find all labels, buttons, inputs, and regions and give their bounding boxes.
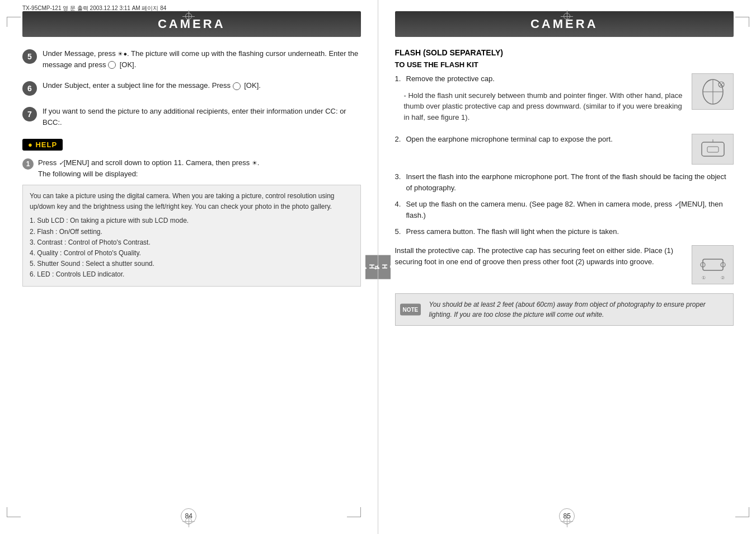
flash-step-2: 2. Open the earphone microphone terminal… [395,134,734,165]
ch4-right-h: H [381,264,388,270]
thumb-2-svg [696,137,730,162]
flash-step-1: 1. Remove the protective cap. - Hold the… [395,73,734,127]
help-step-1: 1 Press ✓[MENU] and scroll down to optio… [22,157,361,179]
svg-rect-6 [702,142,724,156]
flash-step-1-content: 1. Remove the protective cap. - Hold the… [395,73,687,127]
left-page: TX-95CMP-121 영 문 출력 2003.12.12 3:11 AM 페… [0,0,378,534]
ch4-right-c: C [388,264,396,270]
flash-step-5: 5. Press camera button. The flash will l… [395,226,734,237]
svg-text:①: ① [702,275,706,280]
flash-step-4-num: 4. [395,199,406,210]
flash-step-1-desc: Remove the protective cap. [406,73,495,85]
install-cap-content: Install the protective cap. The protecti… [395,245,687,269]
flash-step-5-num: 5. [395,226,406,237]
flash-step-1-indent: - Hold the flash unit securely between t… [404,90,687,123]
corner-line-br-h [735,517,749,517]
step-6: 6 Under Subject, enter a subject line fo… [22,80,361,96]
thumb-1 [692,73,734,110]
flash-step-4: 4. Set up the flash on the camera menu. … [395,199,734,221]
corner-line-bottom-right-v [360,507,361,517]
flash-step-2-desc: Open the earphone microphone terminal ca… [406,134,613,145]
crosshair-top-right [561,10,573,22]
step-7-number: 7 [22,107,37,121]
step-7-text: If you want to send the picture to any a… [43,106,361,128]
thumb-install-svg: ① ② [696,248,730,282]
step-5: 5 Under Message, press ☀●. The picture w… [22,48,361,70]
info-line-5: 4. Quality : Control of Photo's Quality. [30,248,354,259]
page-spread: TX-95CMP-121 영 문 출력 2003.12.12 3:11 AM 페… [0,0,756,534]
info-line-3: 2. Flash : On/Off setting. [30,227,354,237]
step-6-text: Under Subject, enter a subject line for … [43,80,261,91]
thumb-1-svg [696,76,730,107]
flash-step-1-text: 1. Remove the protective cap. [395,73,687,85]
corner-line-right-top [749,17,749,27]
section-title: FLASH (SOLD SEPARATELY) [395,48,734,57]
flash-step-3-num: 3. [395,171,406,182]
flash-step-2-num: 2. [395,134,406,145]
right-page: CAMERA FLASH (SOLD SEPARATELY) TO USE TH… [378,0,757,534]
help-badge: ● HELP [22,139,63,151]
corner-line-br-v [749,507,749,517]
sub-title: TO USE THE FLASH KIT [395,60,734,69]
svg-rect-7 [707,147,719,152]
flash-step-2-content: 2. Open the earphone microphone terminal… [395,134,687,151]
corner-line-bottom-right-h [347,517,361,517]
note-text: You should be at least 2 feet (about 60c… [429,301,706,318]
svg-text:②: ② [721,275,725,280]
corner-line-top-right [735,17,749,17]
corner-line-top-left [7,17,21,17]
corner-line-left-bottom [7,507,7,517]
help-step-1-number: 1 [22,158,34,170]
info-line-6: 5. Shutter Sound : Select a shutter soun… [30,259,354,269]
step-5-number: 5 [22,49,37,64]
info-line-7: 6. LED : Controls LED indicator. [30,269,354,280]
info-line-2: 1. Sub LCD : On taking a picture with su… [30,216,354,226]
note-label: NOTE [400,303,421,315]
ch4-label-4: 4 [360,266,368,271]
info-box: You can take a picture using the digital… [22,185,361,287]
help-step-1-text: Press ✓[MENU] and scroll down to option … [38,157,259,179]
note-box: NOTE You should be at least 2 feet (abou… [395,293,734,326]
info-line-1: You can take a picture using the digital… [30,191,354,212]
install-cap-row: Install the protective cap. The protecti… [395,245,734,284]
step-7: 7 If you want to send the picture to any… [22,106,361,128]
corner-line-bottom-left [7,517,21,517]
step-5-text: Under Message, press ☀●. The picture wil… [43,48,361,70]
ch4-tab-right: C H 4 [378,255,391,279]
crosshair-bottom-left [182,515,195,527]
top-meta: TX-95CMP-121 영 문 출력 2003.12.12 3:11 AM 페… [22,4,166,12]
thumb-2 [692,134,734,165]
flash-step-1-num: 1. [395,73,406,85]
thumb-install: ① ② [692,245,734,284]
svg-rect-9 [703,259,723,270]
ch4-right-4: 4 [373,266,381,271]
info-line-4: 3. Contrast : Control of Photo's Contras… [30,237,354,248]
flash-step-2-text: 2. Open the earphone microphone terminal… [395,134,687,145]
help-section: ● HELP 1 Press ✓[MENU] and scroll down t… [22,139,361,287]
corner-line-left-top [7,17,7,27]
flash-step-5-desc: Press camera button. The flash will ligh… [406,226,619,237]
install-cap-text: Install the protective cap. The protecti… [395,245,687,269]
step-6-number: 6 [22,81,37,96]
flash-step-3-desc: Insert the flash into the earphone micro… [406,171,734,193]
crosshair-top [182,10,195,22]
flash-step-3: 3. Insert the flash into the earphone mi… [395,171,734,193]
crosshair-bottom-right [561,515,573,527]
flash-step-4-desc: Set up the flash on the camera menu. (Se… [406,199,734,221]
